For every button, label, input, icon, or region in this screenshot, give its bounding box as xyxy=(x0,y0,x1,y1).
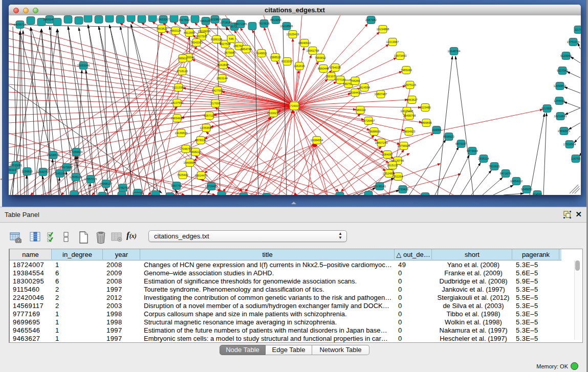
svg-text:9777169: 9777169 xyxy=(335,78,346,81)
svg-text:15751074: 15751074 xyxy=(567,40,580,43)
svg-text:6879197: 6879197 xyxy=(455,142,467,145)
svg-text:16154808: 16154808 xyxy=(377,28,389,31)
svg-text:16914479: 16914479 xyxy=(195,174,208,177)
svg-text:7625402: 7625402 xyxy=(177,173,188,177)
svg-text:746266: 746266 xyxy=(351,79,360,82)
svg-text:1724007: 1724007 xyxy=(289,104,299,107)
svg-text:12975115: 12975115 xyxy=(404,83,416,86)
svg-text:9474444: 9474444 xyxy=(467,149,478,152)
svg-text:9146821: 9146821 xyxy=(256,52,267,55)
svg-text:10719185: 10719185 xyxy=(220,21,232,24)
svg-text:10688609: 10688609 xyxy=(368,130,381,133)
svg-text:9129966: 9129966 xyxy=(560,54,572,57)
svg-text:217008: 217008 xyxy=(211,102,221,105)
svg-text:10807487: 10807487 xyxy=(375,93,387,96)
svg-text:2718120: 2718120 xyxy=(177,70,188,73)
svg-text:15136141: 15136141 xyxy=(374,185,386,188)
svg-text:1527602: 1527602 xyxy=(179,18,190,21)
svg-text:7663822: 7663822 xyxy=(156,27,167,30)
svg-text:16409948: 16409948 xyxy=(184,161,197,164)
svg-text:9115460: 9115460 xyxy=(420,106,430,109)
svg-text:1162615: 1162615 xyxy=(294,64,304,68)
svg-text:8878334: 8878334 xyxy=(195,139,206,142)
svg-text:7615526: 7615526 xyxy=(258,22,270,25)
svg-text:18107554: 18107554 xyxy=(171,101,184,104)
svg-text:7485063: 7485063 xyxy=(401,69,412,72)
svg-text:15692971: 15692971 xyxy=(558,129,571,133)
svg-text:8322037: 8322037 xyxy=(281,60,293,63)
svg-text:9242848: 9242848 xyxy=(217,63,229,67)
svg-text:16640910: 16640910 xyxy=(298,41,311,45)
svg-text:15720407: 15720407 xyxy=(362,119,375,122)
svg-text:12213967: 12213967 xyxy=(386,40,399,43)
svg-text:6794028: 6794028 xyxy=(330,66,341,69)
svg-text:98901: 98901 xyxy=(179,57,187,60)
svg-text:19654925: 19654925 xyxy=(171,117,184,120)
svg-text:8660124: 8660124 xyxy=(170,29,181,32)
svg-text:116753: 116753 xyxy=(571,157,580,160)
svg-text:19218506: 19218506 xyxy=(280,25,293,28)
svg-text:12093872: 12093872 xyxy=(554,84,567,87)
svg-text:16648784: 16648784 xyxy=(448,50,461,53)
svg-text:3675685: 3675685 xyxy=(224,51,235,54)
svg-text:8215955: 8215955 xyxy=(541,107,553,110)
svg-text:16782759: 16782759 xyxy=(117,186,129,189)
svg-text:2803144: 2803144 xyxy=(216,77,228,80)
svg-text:8471676: 8471676 xyxy=(500,172,511,175)
svg-text:9899695: 9899695 xyxy=(421,121,432,124)
svg-text:1733426: 1733426 xyxy=(397,188,408,191)
svg-text:17016504: 17016504 xyxy=(563,143,576,146)
svg-text:12942757: 12942757 xyxy=(37,170,50,173)
svg-text:924565: 924565 xyxy=(533,193,542,195)
svg-text:3624554: 3624554 xyxy=(359,86,370,89)
svg-text:20975887: 20975887 xyxy=(60,166,73,169)
svg-text:1244419: 1244419 xyxy=(554,99,565,102)
svg-text:12353594: 12353594 xyxy=(200,126,213,129)
svg-text:7955812: 7955812 xyxy=(315,56,326,59)
svg-text:8912954: 8912954 xyxy=(184,31,195,34)
svg-text:19166829: 19166829 xyxy=(175,132,188,135)
svg-text:9245652: 9245652 xyxy=(521,188,532,191)
svg-text:13716485: 13716485 xyxy=(205,185,218,188)
svg-text:15300275: 15300275 xyxy=(267,112,280,115)
svg-text:14055724: 14055724 xyxy=(14,23,27,26)
svg-text:10653267: 10653267 xyxy=(157,18,170,21)
svg-text:11174: 11174 xyxy=(575,28,581,31)
svg-text:8813054: 8813054 xyxy=(270,18,281,21)
svg-text:7986322: 7986322 xyxy=(355,108,366,112)
svg-text:9227342: 9227342 xyxy=(557,69,568,72)
svg-text:16210643: 16210643 xyxy=(554,115,567,118)
svg-text:8427552: 8427552 xyxy=(212,89,223,92)
svg-text:8267110: 8267110 xyxy=(204,114,214,117)
svg-text:16543362: 16543362 xyxy=(190,41,203,44)
svg-text:1145194: 1145194 xyxy=(54,172,65,175)
svg-text:2935114: 2935114 xyxy=(478,157,489,160)
svg-text:13325419: 13325419 xyxy=(287,33,299,36)
svg-text:2087682: 2087682 xyxy=(365,18,377,21)
svg-text:10958107: 10958107 xyxy=(100,182,113,185)
svg-text:252254: 252254 xyxy=(394,175,403,178)
svg-text:16961758: 16961758 xyxy=(307,49,319,52)
svg-text:20364436: 20364436 xyxy=(349,91,362,94)
svg-text:9327505: 9327505 xyxy=(196,35,207,38)
svg-text:39119: 39119 xyxy=(9,168,16,171)
svg-text:19756928: 19756928 xyxy=(398,144,410,147)
svg-text:8990448: 8990448 xyxy=(318,67,329,70)
svg-text:17359924: 17359924 xyxy=(70,150,83,154)
svg-text:19384554: 19384554 xyxy=(311,139,323,142)
svg-text:18807249: 18807249 xyxy=(375,141,388,144)
svg-text:20206576: 20206576 xyxy=(47,154,60,157)
svg-text:8186328: 8186328 xyxy=(211,38,222,41)
svg-text:12505135: 12505135 xyxy=(70,176,82,179)
svg-text:1156819: 1156819 xyxy=(21,170,32,173)
svg-text:15495798: 15495798 xyxy=(403,114,416,117)
svg-text:164095: 164095 xyxy=(432,128,442,132)
svg-text:9657791: 9657791 xyxy=(171,184,182,187)
svg-text:9084067: 9084067 xyxy=(382,153,393,156)
svg-text:16671385: 16671385 xyxy=(234,23,247,26)
svg-text:5498222: 5498222 xyxy=(190,150,201,154)
svg-text:12213383: 12213383 xyxy=(172,86,185,89)
svg-text:29053346: 29053346 xyxy=(77,64,90,67)
svg-text:7632621: 7632621 xyxy=(489,165,500,168)
svg-text:19654923: 19654923 xyxy=(403,130,416,133)
